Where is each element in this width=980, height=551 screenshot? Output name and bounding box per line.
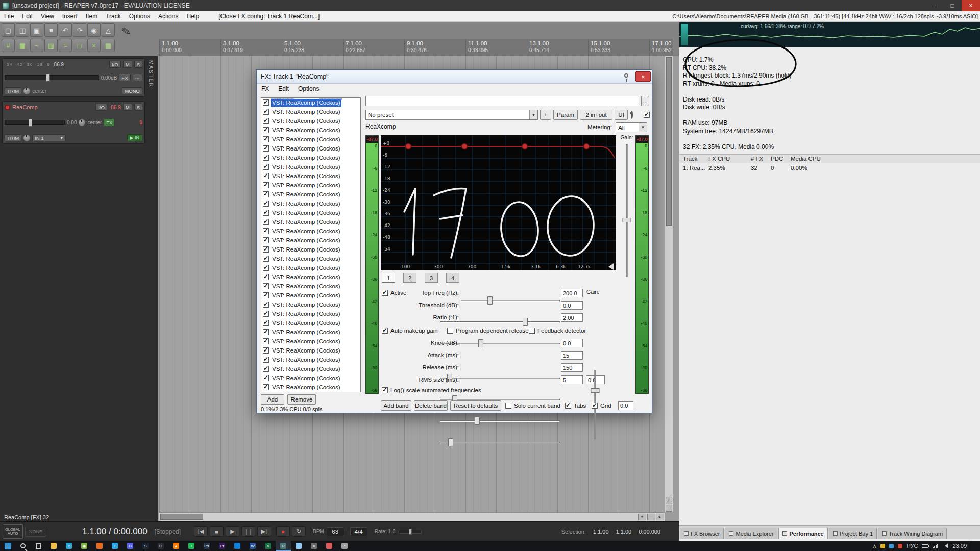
ruler-tick[interactable]: 3.1.00 0:07.619 [220, 39, 282, 56]
global-auto-button[interactable]: GLOBAL AUTO [3, 524, 23, 539]
fx-chain-item[interactable]: VST: ReaXcomp (Cockos) [261, 254, 360, 263]
fx-chain-item[interactable]: VST: ReaXcomp (Cockos) [261, 126, 360, 135]
excel-icon[interactable]: X [260, 541, 276, 551]
battery-icon[interactable] [922, 544, 928, 548]
menu-item[interactable]: Item [82, 11, 102, 21]
rms-size-slider[interactable] [440, 438, 560, 447]
track-input-selector[interactable]: IN 1▼ [32, 134, 66, 141]
paint-icon[interactable] [322, 541, 337, 551]
mixer-button[interactable]: ▤ [102, 39, 115, 52]
output-gain-fader[interactable]: Gain: [619, 134, 634, 281]
time-signature[interactable]: 4/4 [350, 527, 368, 536]
calculator-icon[interactable]: = [306, 541, 322, 551]
lock-button[interactable]: ◻ [73, 39, 86, 52]
zoom-in-button[interactable]: + [666, 497, 672, 504]
band-tab-4[interactable]: 4 [446, 273, 459, 283]
menu-item[interactable]: Track [102, 11, 125, 21]
fx-chain-item[interactable]: VST: ReaXcomp (Cockos) [261, 346, 360, 355]
metering-dropdown[interactable]: All▼ [616, 122, 647, 132]
ruler-tick[interactable]: 7.1.00 0:22.857 [343, 39, 404, 56]
stop-button[interactable]: ■ [210, 526, 224, 537]
fx-chain-item[interactable]: VST: ReaXcomp (Cockos) [261, 318, 360, 328]
fx-enable-checkbox[interactable] [263, 311, 269, 317]
fx-enable-checkbox[interactable] [263, 155, 269, 161]
track-pan-knob[interactable] [79, 119, 85, 126]
start-button[interactable] [0, 541, 15, 551]
fx-chain-item[interactable]: VST: ReaXcomp (Cockos) [261, 98, 360, 107]
timeline-ruler[interactable]: 1.1.00 0:00.000 3.1.00 0:07.619 5.1.00 0… [159, 39, 673, 56]
pause-button[interactable]: ❘❘ [241, 526, 255, 537]
tray-icon-1[interactable] [880, 544, 885, 548]
fx-enable-checkbox[interactable] [263, 347, 269, 354]
fx-chain-item[interactable]: VST: ReaXcomp (Cockos) [261, 236, 360, 245]
fx-chain-item[interactable]: VST: ReaXcomp (Cockos) [261, 171, 360, 181]
menu-item[interactable]: Edit [18, 11, 37, 21]
fx-chain-item[interactable]: VST: ReaXcomp (Cockos) [261, 383, 360, 392]
master-fx-button[interactable]: FX [119, 74, 130, 81]
fx-enable-checkbox[interactable] [263, 201, 269, 207]
output-gain-thumb[interactable] [623, 218, 631, 222]
fx-enable-checkbox[interactable] [263, 164, 269, 170]
fx-chain-item[interactable]: VST: ReaXcomp (Cockos) [261, 135, 360, 144]
fx-chain-item[interactable]: VST: ReaXcomp (Cockos) [261, 309, 360, 318]
fx-chain-item[interactable]: VST: ReaXcomp (Cockos) [261, 245, 360, 254]
search-icon[interactable] [15, 541, 31, 551]
word-icon[interactable]: W [245, 541, 260, 551]
steam-icon[interactable]: S [138, 541, 153, 551]
ruler-tick[interactable]: 11.1.00 0:38.095 [465, 39, 527, 56]
fx-enable-checkbox[interactable] [263, 338, 269, 344]
render-button[interactable]: ◉ [87, 23, 101, 37]
fx-enable-checkbox[interactable] [263, 127, 269, 133]
solo-band-checkbox[interactable]: Solo current band [505, 402, 560, 410]
fx-chain-item[interactable]: VST: ReaXcomp (Cockos) [261, 373, 360, 383]
reaper-taskbar-icon[interactable]: R [276, 541, 291, 551]
knee-value[interactable]: 0.0 [561, 339, 583, 347]
repeat-button[interactable]: ↻ [292, 526, 306, 537]
fx-enable-checkbox[interactable] [263, 246, 269, 253]
track-io-button[interactable]: I/O [95, 104, 107, 111]
fx-chain-item[interactable]: VST: ReaXcomp (Cockos) [261, 337, 360, 346]
envelope-button[interactable]: ~ [30, 39, 43, 52]
fx-enable-checkbox[interactable] [263, 265, 269, 271]
redo-button[interactable]: ↷ [73, 23, 86, 37]
record-button[interactable]: ● [276, 526, 290, 537]
feedback-detector-checkbox[interactable]: Feedback detector [529, 327, 586, 335]
fx-enable-checkbox[interactable] [263, 292, 269, 298]
fx-close-button[interactable]: × [635, 71, 651, 82]
settings-icon[interactable]: * [337, 541, 352, 551]
fx-chain-item[interactable]: VST: ReaXcomp (Cockos) [261, 153, 360, 162]
track-mute-button[interactable]: M [123, 104, 132, 111]
grid-value[interactable]: 0.0 [618, 401, 633, 410]
track-monitor-button[interactable]: ▶ IN [127, 134, 142, 141]
language-indicator[interactable]: РУС [906, 543, 918, 549]
fx-chain-item[interactable]: VST: ReaXcomp (Cockos) [261, 272, 360, 282]
ui-toggle-button[interactable]: UI [615, 110, 628, 120]
fx-chain-item[interactable]: VST: ReaXcomp (Cockos) [261, 282, 360, 291]
playrate-slider[interactable] [398, 530, 422, 534]
fx-chain-item[interactable]: VST: ReaXcomp (Cockos) [261, 208, 360, 217]
fx-chain-item[interactable]: VST: ReaXcomp (Cockos) [261, 328, 360, 337]
tray-icon-2[interactable] [889, 544, 894, 548]
top-freq-value[interactable]: 200.0 [561, 289, 583, 297]
band-handle[interactable] [522, 144, 528, 149]
preset-dropdown[interactable]: No preset▼ [365, 110, 538, 120]
firefox-icon[interactable] [92, 541, 107, 551]
pin-icon[interactable] [624, 73, 628, 78]
vertical-scrollbar[interactable]: + − [665, 56, 673, 512]
taskview-icon[interactable] [31, 541, 46, 551]
project-settings-button[interactable]: ≡ [44, 23, 58, 37]
auto-makeup-checkbox[interactable]: Auto makeup gain [382, 327, 438, 335]
track-solo-button[interactable]: S [134, 104, 142, 111]
master-mute-button[interactable]: M [123, 61, 132, 68]
add-band-button[interactable]: Add band [381, 400, 411, 411]
fx-enable-checkbox[interactable] [263, 320, 269, 326]
selection-length[interactable]: 0:00.000 [639, 529, 660, 535]
hzoom-in-button[interactable]: + [638, 514, 646, 520]
transport-position-display[interactable]: 1.1.00 / 0:00.000 [82, 527, 148, 537]
track-volume-fader[interactable] [5, 120, 65, 125]
master-mono-button[interactable]: MONO [122, 87, 142, 94]
reaxcomp-eq-graph[interactable]: +0 -6 -12 -18 -24 -30 -36 -42 -48 -54 10… [381, 135, 616, 270]
fx-enable-checkbox[interactable] [263, 237, 269, 243]
band-handle[interactable] [584, 144, 590, 149]
band-tab-1[interactable]: 1 [382, 273, 395, 283]
